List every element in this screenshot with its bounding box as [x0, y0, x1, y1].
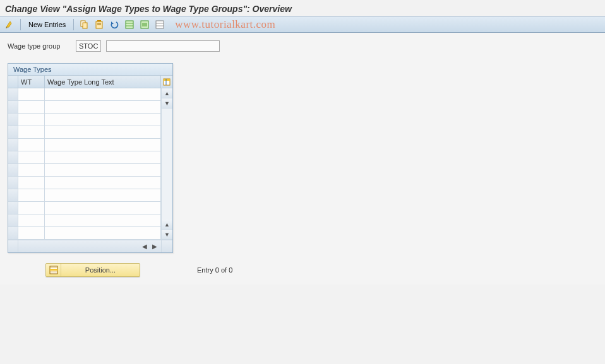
cell-wt[interactable] [18, 164, 45, 176]
copy-icon[interactable] [78, 18, 90, 31]
wage-type-group-code-input[interactable] [76, 40, 101, 52]
cell-wt[interactable] [18, 202, 45, 214]
footer-selector [8, 240, 18, 252]
table-row [8, 177, 161, 189]
cell-long-text[interactable] [45, 189, 161, 201]
position-icon [46, 264, 61, 276]
cell-wt[interactable] [18, 114, 45, 126]
watermark-text: www.tutorialkart.com [175, 18, 275, 31]
wage-type-group-desc-input[interactable] [106, 40, 220, 52]
select-block-icon[interactable] [138, 18, 151, 31]
cell-long-text[interactable] [45, 227, 161, 239]
svg-rect-10 [142, 23, 147, 26]
svg-rect-11 [156, 21, 164, 28]
scroll-up2-icon[interactable]: ▲ [162, 220, 172, 230]
cell-wt[interactable] [18, 101, 45, 113]
other-view-icon[interactable] [4, 18, 16, 31]
cell-wt[interactable] [18, 151, 45, 163]
row-selector[interactable] [8, 164, 18, 176]
select-all-icon[interactable] [123, 18, 136, 31]
cell-wt[interactable] [18, 139, 45, 151]
delete-icon[interactable] [93, 18, 105, 31]
row-selector[interactable] [8, 177, 18, 189]
row-selector[interactable] [8, 214, 18, 226]
table-row [8, 101, 161, 114]
table-row [8, 126, 161, 139]
scroll-track[interactable] [162, 109, 172, 220]
svg-rect-6 [126, 21, 133, 28]
column-long-text[interactable]: Wage Type Long Text [45, 76, 161, 88]
table-row [8, 214, 161, 227]
table-row [8, 139, 161, 151]
svg-rect-15 [164, 79, 170, 81]
cell-long-text[interactable] [45, 202, 161, 214]
cell-long-text[interactable] [45, 126, 161, 138]
table-row [8, 151, 161, 164]
position-button[interactable]: Position... [45, 263, 140, 277]
toolbar-divider [20, 19, 21, 30]
horizontal-scrollbar[interactable]: ◀ ▶ [18, 240, 161, 252]
row-selector[interactable] [8, 139, 18, 151]
toolbar-divider [73, 19, 74, 30]
title-bar: Change View "Assign Wage Types to Wage T… [0, 0, 605, 16]
table-row [8, 189, 161, 202]
cell-long-text[interactable] [45, 88, 161, 100]
row-selector[interactable] [8, 227, 18, 239]
cell-wt[interactable] [18, 177, 45, 189]
svg-rect-5 [97, 20, 101, 21]
new-entries-button[interactable]: New Entries [25, 20, 69, 30]
cell-long-text[interactable] [45, 164, 161, 176]
undo-icon[interactable] [108, 18, 121, 31]
svg-rect-1 [83, 23, 87, 28]
table-settings-icon[interactable] [161, 76, 172, 88]
svg-rect-18 [50, 269, 57, 271]
table-header: WT Wage Type Long Text [8, 76, 172, 88]
table-body: ▲ ▼ ▲ ▼ [8, 88, 172, 240]
cell-long-text[interactable] [45, 177, 161, 189]
row-selector[interactable] [8, 151, 18, 163]
cell-wt[interactable] [18, 126, 45, 138]
table-footer: ◀ ▶ [8, 240, 172, 252]
row-selector[interactable] [8, 101, 18, 113]
cell-long-text[interactable] [45, 114, 161, 126]
bottom-row: Position... Entry 0 of 0 [8, 263, 597, 277]
scroll-down-icon[interactable]: ▼ [162, 98, 172, 109]
column-selector[interactable] [8, 76, 18, 88]
position-button-label: Position... [61, 266, 140, 274]
row-selector[interactable] [8, 126, 18, 138]
cell-long-text[interactable] [45, 139, 161, 151]
cell-wt[interactable] [18, 214, 45, 226]
column-wt[interactable]: WT [18, 76, 45, 88]
wage-type-group-row: Wage type group [8, 40, 597, 52]
cell-long-text[interactable] [45, 101, 161, 113]
row-selector[interactable] [8, 189, 18, 201]
row-selector[interactable] [8, 202, 18, 214]
deselect-all-icon[interactable] [153, 18, 166, 31]
scroll-down2-icon[interactable]: ▼ [162, 230, 172, 240]
table-row [8, 114, 161, 126]
wage-type-group-label: Wage type group [8, 42, 71, 50]
vertical-scrollbar[interactable]: ▲ ▼ ▲ ▼ [161, 88, 172, 240]
cell-wt[interactable] [18, 88, 45, 100]
cell-wt[interactable] [18, 189, 45, 201]
wage-types-table: Wage Types WT Wage Type Long Text ▲ ▼ ▲ … [8, 63, 173, 253]
scroll-up-icon[interactable]: ▲ [162, 88, 172, 98]
scroll-left-icon[interactable]: ◀ [141, 243, 148, 250]
table-row [8, 88, 161, 101]
row-selector[interactable] [8, 88, 18, 100]
cell-long-text[interactable] [45, 151, 161, 163]
scroll-right-icon[interactable]: ▶ [151, 243, 159, 250]
footer-corner [161, 240, 172, 252]
table-title: Wage Types [8, 64, 172, 76]
table-row [8, 164, 161, 177]
table-row [8, 202, 161, 214]
cell-long-text[interactable] [45, 214, 161, 226]
cell-wt[interactable] [18, 227, 45, 239]
page-title: Change View "Assign Wage Types to Wage T… [5, 4, 600, 14]
content-area: Wage type group Wage Types WT Wage Type … [0, 33, 605, 285]
row-selector[interactable] [8, 114, 18, 126]
table-row [8, 227, 161, 240]
application-toolbar: New Entries [0, 16, 605, 33]
entry-count-text: Entry 0 of 0 [197, 266, 232, 274]
